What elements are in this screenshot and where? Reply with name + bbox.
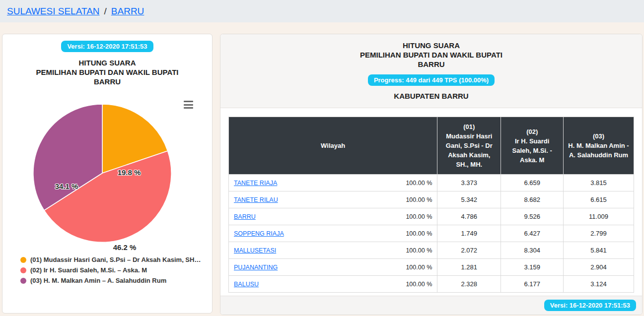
legend-dot-red-icon: [20, 267, 26, 273]
votes-cell: 3.373: [437, 175, 501, 191]
legend-item-candidate1[interactable]: (01) Mudassir Hasri Gani, S.Psi – Dr Aks…: [20, 254, 201, 265]
chart-card: Versi: 16-12-2020 17:51:53 HITUNG SUARA …: [2, 34, 213, 314]
progress-badge: Progress: 449 dari 449 TPS (100.00%): [368, 74, 495, 86]
legend-label-candidate2: (02) Ir H. Suardi Saleh, M.Si. – Aska. M: [30, 266, 147, 274]
table-row: TANETE RILAU 100.00 % 5.342 8.682 6.615: [229, 191, 634, 208]
votes-cell: 4.786: [437, 208, 501, 225]
legend-dot-orange-icon: [20, 257, 26, 263]
region-percent: 100.00 %: [406, 230, 432, 237]
votes-cell: 3.124: [564, 276, 634, 293]
table-header-row: Wilayah (01) Mudassir Hasri Gani, S.Psi …: [229, 117, 634, 175]
candidate2-number: (02): [505, 127, 559, 136]
version-badge-bottom: Versi: 16-12-2020 17:51:53: [544, 300, 636, 311]
pie-label-slice1: 19.8 %: [118, 168, 141, 177]
region-percent: 100.00 %: [406, 247, 432, 254]
votes-cell: 9.526: [501, 208, 564, 225]
breadcrumb-link-province[interactable]: SULAWESI SELATAN: [7, 6, 100, 17]
column-header-candidate2: (02) Ir H. Suardi Saleh, M.Si. - Aska. M: [501, 117, 564, 175]
table-row: BALUSU 100.00 % 2.328 6.177 3.124: [229, 276, 634, 293]
votes-cell: 2.904: [564, 259, 634, 276]
column-header-candidate3: (03) H. M. Malkan Amin - A. Salahuddin R…: [564, 117, 634, 175]
region-link-balusu[interactable]: BALUSU: [234, 281, 259, 288]
column-header-wilayah: Wilayah: [229, 117, 437, 175]
region-percent: 100.00 %: [406, 180, 432, 187]
results-title-line3: BARRU: [225, 60, 637, 69]
votes-cell: 11.009: [564, 208, 634, 225]
votes-cell: 6.177: [501, 276, 564, 293]
table-row: BARRU 100.00 % 4.786 9.526 11.009: [229, 208, 634, 225]
results-footer: Versi: 16-12-2020 17:51:53: [220, 296, 642, 315]
votes-cell: 6.615: [564, 191, 634, 208]
votes-cell: 1.749: [437, 225, 501, 242]
table-row: SOPPENG RIAJA 100.00 % 1.749 6.427 2.799: [229, 225, 634, 242]
votes-cell: 2.799: [564, 225, 634, 242]
region-percent: 100.00 %: [406, 213, 432, 220]
candidate3-number: (03): [568, 131, 630, 141]
results-title-line1: HITUNG SUARA: [225, 41, 637, 50]
candidate3-name: H. M. Malkan Amin - A. Salahuddin Rum: [568, 142, 629, 159]
legend-label-candidate1: (01) Mudassir Hasri Gani, S.Psi – Dr Aks…: [30, 256, 201, 263]
region-link-tanete-riaja[interactable]: TANETE RIAJA: [234, 180, 277, 187]
votes-cell: 6.659: [501, 175, 564, 191]
region-percent: 100.00 %: [406, 281, 432, 288]
results-subtitle: KABUPATEN BARRU: [225, 92, 637, 100]
results-title: HITUNG SUARA PEMILIHAN BUPATI DAN WAKIL …: [225, 41, 637, 69]
votes-cell: 5.342: [437, 191, 501, 208]
results-body: Wilayah (01) Mudassir Hasri Gani, S.Psi …: [220, 108, 642, 296]
table-row: TANETE RIAJA 100.00 % 3.373 6.659 3.815: [229, 175, 634, 191]
votes-cell: 2.328: [437, 276, 501, 293]
table-row: MALLUSETASI 100.00 % 2.072 8.304 5.841: [229, 242, 634, 259]
pie-chart: 19.8 % 34.1 % 46.2 %: [2, 99, 213, 253]
pie-chart-svg: [3, 99, 202, 248]
version-badge-top: Versi: 16-12-2020 17:51:53: [61, 41, 153, 52]
breadcrumb-link-regency[interactable]: BARRU: [111, 6, 144, 17]
chart-title: HITUNG SUARA PEMILIHAN BUPATI DAN WAKIL …: [2, 58, 212, 86]
votes-cell: 3.159: [501, 259, 564, 276]
chart-title-line2: PEMILIHAN BUPATI DAN WAKIL BUPATI: [2, 67, 212, 77]
results-table: Wilayah (01) Mudassir Hasri Gani, S.Psi …: [228, 117, 634, 293]
breadcrumb-separator: /: [104, 6, 107, 17]
chart-title-line1: HITUNG SUARA: [2, 58, 212, 67]
column-header-candidate1: (01) Mudassir Hasri Gani, S.Psi - Dr Aks…: [437, 117, 501, 175]
votes-cell: 2.072: [437, 242, 501, 259]
region-link-pujananting[interactable]: PUJANANTING: [234, 264, 278, 271]
votes-cell: 6.427: [501, 225, 564, 242]
results-title-line2: PEMILIHAN BUPATI DAN WAKIL BUPATI: [225, 50, 637, 60]
candidate1-number: (01): [441, 122, 497, 131]
legend-item-candidate2[interactable]: (02) Ir H. Suardi Saleh, M.Si. – Aska. M: [20, 265, 201, 275]
chart-legend: (01) Mudassir Hasri Gani, S.Psi – Dr Aks…: [20, 254, 201, 286]
region-percent: 100.00 %: [406, 196, 432, 203]
chart-title-line3: BARRU: [2, 77, 212, 86]
votes-cell: 3.815: [564, 175, 634, 191]
legend-label-candidate3: (03) H. M. Malkan Amin – A. Salahuddin R…: [30, 277, 166, 284]
results-card: HITUNG SUARA PEMILIHAN BUPATI DAN WAKIL …: [220, 34, 643, 315]
region-link-soppeng-riaja[interactable]: SOPPENG RIAJA: [234, 230, 284, 237]
legend-item-candidate3[interactable]: (03) H. M. Malkan Amin – A. Salahuddin R…: [20, 275, 201, 286]
breadcrumb: SULAWESI SELATAN / BARRU: [0, 0, 644, 22]
votes-cell: 8.304: [501, 242, 564, 259]
region-percent: 100.00 %: [406, 264, 432, 271]
pie-label-slice2: 46.2 %: [113, 243, 137, 252]
region-link-barru[interactable]: BARRU: [234, 213, 256, 220]
region-link-mallusetasi[interactable]: MALLUSETASI: [234, 247, 276, 254]
pie-label-slice3: 34.1 %: [55, 182, 78, 190]
legend-dot-purple-icon: [20, 278, 26, 284]
results-header: HITUNG SUARA PEMILIHAN BUPATI DAN WAKIL …: [220, 34, 642, 108]
region-link-tanete-rilau[interactable]: TANETE RILAU: [234, 196, 278, 203]
table-row: PUJANANTING 100.00 % 1.281 3.159 2.904: [229, 259, 634, 276]
candidate1-name: Mudassir Hasri Gani, S.Psi - Dr Aksah Ka…: [446, 132, 493, 168]
candidate2-name: Ir H. Suardi Saleh, M.Si. - Aska. M: [512, 137, 552, 164]
votes-cell: 5.841: [564, 242, 634, 259]
votes-cell: 1.281: [437, 259, 501, 276]
votes-cell: 8.682: [501, 191, 564, 208]
